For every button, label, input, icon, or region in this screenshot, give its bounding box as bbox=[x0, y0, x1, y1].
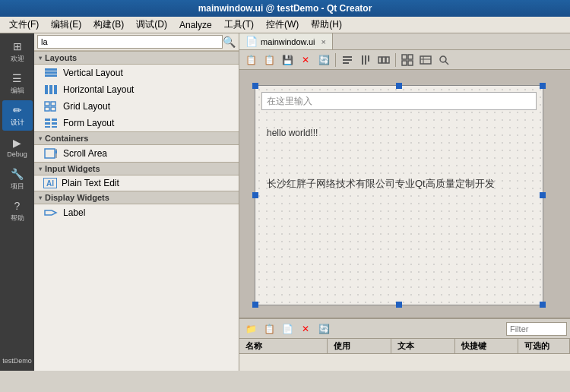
tool-project[interactable]: 🔧 项目 bbox=[2, 164, 33, 194]
category-input-widgets-arrow: ▾ bbox=[39, 166, 42, 172]
toolbar-preview-btn[interactable] bbox=[417, 52, 434, 68]
canvas-input-field[interactable]: 在这里输入 bbox=[261, 92, 537, 110]
col-header-optional: 可选的 bbox=[518, 339, 570, 353]
menu-file[interactable]: 文件(F) bbox=[3, 17, 45, 33]
menu-widgets[interactable]: 控件(W) bbox=[260, 17, 305, 33]
widget-plain-text-edit[interactable]: AI Plain Text Edit bbox=[34, 175, 239, 191]
toolbar-separator-2 bbox=[395, 53, 396, 67]
menu-edit[interactable]: 编辑(E) bbox=[45, 17, 87, 33]
tool-debug-label: Debug bbox=[7, 150, 27, 158]
col-header-text: 文本 bbox=[391, 339, 455, 353]
svg-rect-25 bbox=[368, 55, 369, 62]
widget-search-input[interactable] bbox=[37, 35, 223, 49]
widget-scroll-area[interactable]: Scroll Area bbox=[34, 145, 239, 162]
svg-rect-18 bbox=[55, 150, 57, 153]
svg-rect-6 bbox=[45, 102, 49, 106]
toolbar-save-btn[interactable]: 💾 bbox=[279, 52, 296, 68]
left-toolbar: ⊞ 欢迎 ☰ 编辑 ✏ 设计 ▶ Debug 🔧 项目 ? 帮助 testDem… bbox=[0, 33, 34, 371]
category-input-widgets[interactable]: ▾ Input Widgets bbox=[34, 162, 239, 175]
canvas-area: 📄 mainwindow.ui × 📋 📋 💾 ✕ 🔄 bbox=[239, 33, 570, 371]
label-widget-label: Label bbox=[63, 207, 85, 218]
category-layouts-arrow: ▾ bbox=[39, 55, 42, 62]
svg-rect-8 bbox=[45, 107, 49, 111]
widget-vertical-layout[interactable]: Vertical Layout bbox=[34, 65, 239, 81]
widget-label[interactable]: Label bbox=[34, 204, 239, 221]
widget-panel: 🔍 ▾ Layouts Vertical Layout Horizontal L… bbox=[34, 33, 239, 371]
toolbar-refresh-btn[interactable]: 🔄 bbox=[315, 52, 332, 68]
handle-top-left[interactable] bbox=[252, 83, 258, 89]
bottom-add-btn[interactable]: 📁 bbox=[242, 321, 259, 337]
bottom-filter bbox=[506, 322, 567, 336]
tool-help[interactable]: ? 帮助 bbox=[2, 196, 33, 226]
bottom-refresh-btn[interactable]: 🔄 bbox=[315, 321, 332, 337]
svg-rect-33 bbox=[420, 56, 431, 64]
handle-middle-left[interactable] bbox=[252, 192, 258, 198]
menu-help[interactable]: 帮助(H) bbox=[305, 17, 348, 33]
tool-debug[interactable]: ▶ Debug bbox=[2, 132, 33, 163]
svg-rect-16 bbox=[45, 149, 55, 158]
handle-middle-right[interactable] bbox=[540, 192, 546, 198]
toolbar-delete-btn[interactable]: ✕ bbox=[297, 52, 314, 68]
bottom-filter-input[interactable] bbox=[506, 322, 567, 336]
form-layout-label: Form Layout bbox=[63, 118, 114, 128]
category-containers-label: Containers bbox=[45, 134, 88, 143]
canvas-company-label: 长沙红胖子网络技术有限公司专业Qt高质量定制开发 bbox=[267, 177, 495, 191]
file-tab-mainwindow[interactable]: 📄 mainwindow.ui × bbox=[239, 33, 333, 49]
menu-analyze[interactable]: Analyze bbox=[173, 18, 218, 32]
toolbar-paste-btn[interactable]: 📋 bbox=[261, 52, 277, 68]
handle-bottom-left[interactable] bbox=[252, 302, 258, 308]
svg-line-37 bbox=[445, 62, 448, 65]
svg-rect-13 bbox=[52, 122, 57, 125]
tool-help-label: 帮助 bbox=[11, 213, 24, 223]
svg-rect-0 bbox=[45, 68, 57, 71]
svg-rect-21 bbox=[343, 59, 352, 61]
svg-rect-26 bbox=[378, 57, 382, 63]
handle-top-center[interactable] bbox=[396, 83, 402, 89]
file-icon: 📄 bbox=[245, 36, 258, 47]
search-clear-button[interactable]: 🔍 bbox=[223, 35, 236, 49]
tool-design-label: 设计 bbox=[11, 118, 24, 128]
bottom-copy-btn[interactable]: 📋 bbox=[261, 321, 277, 337]
widget-form-layout[interactable]: Form Layout bbox=[34, 115, 239, 131]
menu-tools[interactable]: 工具(T) bbox=[218, 17, 260, 33]
toolbar-zoom-btn[interactable] bbox=[435, 52, 452, 68]
widget-horizontal-layout[interactable]: Horizontal Layout bbox=[34, 81, 239, 98]
tool-design[interactable]: ✏ 设计 bbox=[2, 100, 33, 131]
svg-rect-5 bbox=[54, 85, 57, 94]
svg-rect-20 bbox=[343, 56, 352, 58]
toolbar-distribute-btn[interactable] bbox=[375, 52, 392, 68]
svg-rect-12 bbox=[45, 122, 50, 125]
menu-build[interactable]: 构建(B) bbox=[87, 17, 130, 33]
toolbar-grid-btn[interactable] bbox=[399, 52, 416, 68]
tool-welcome[interactable]: ⊞ 欢迎 bbox=[2, 36, 33, 67]
handle-bottom-right[interactable] bbox=[540, 302, 546, 308]
title-text: mainwindow.ui @ testDemo - Qt Creator bbox=[198, 3, 372, 14]
horizontal-layout-icon bbox=[43, 84, 59, 96]
svg-rect-30 bbox=[408, 55, 413, 59]
col-header-use: 使用 bbox=[328, 339, 391, 353]
bottom-paste-btn[interactable]: 📄 bbox=[279, 321, 296, 337]
form-widget[interactable]: 在这里输入 hello world!!! 长沙红胖子网络技术有限公司专业Qt高质… bbox=[255, 85, 543, 305]
svg-rect-28 bbox=[386, 57, 389, 63]
toolbar-copy-btn[interactable]: 📋 bbox=[242, 52, 259, 68]
menu-debug[interactable]: 调试(D) bbox=[130, 17, 173, 33]
design-canvas[interactable]: 在这里输入 hello world!!! 长沙红胖子网络技术有限公司专业Qt高质… bbox=[239, 70, 570, 318]
handle-bottom-center[interactable] bbox=[396, 302, 402, 308]
widget-grid-layout[interactable]: Grid Layout bbox=[34, 98, 239, 115]
svg-rect-11 bbox=[52, 119, 57, 121]
handle-top-right[interactable] bbox=[540, 83, 546, 89]
toolbar-halign-btn[interactable] bbox=[357, 52, 374, 68]
grid-layout-label: Grid Layout bbox=[63, 101, 110, 112]
file-tabs: 📄 mainwindow.ui × bbox=[239, 33, 570, 50]
category-display-widgets[interactable]: ▾ Display Widgets bbox=[34, 191, 239, 204]
file-tab-name: mainwindow.ui bbox=[261, 37, 315, 46]
tool-edit[interactable]: ☰ 编辑 bbox=[2, 68, 33, 99]
category-layouts[interactable]: ▾ Layouts bbox=[34, 51, 239, 65]
file-tab-close-button[interactable]: × bbox=[321, 37, 326, 46]
toolbar-align-btn[interactable] bbox=[339, 52, 356, 68]
bottom-column-headers: 名称 使用 文本 快捷键 可选的 bbox=[239, 339, 570, 354]
vertical-layout-icon bbox=[43, 67, 59, 79]
bottom-delete-btn[interactable]: ✕ bbox=[297, 321, 314, 337]
category-containers[interactable]: ▾ Containers bbox=[34, 131, 239, 145]
category-layouts-label: Layouts bbox=[45, 53, 77, 62]
